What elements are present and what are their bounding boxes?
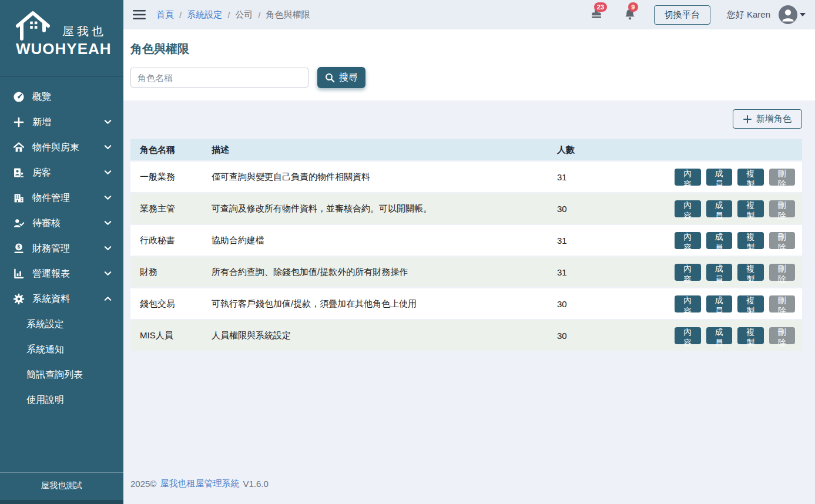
role-name-cell: 行政秘書 bbox=[130, 235, 212, 246]
topbar-right: 23 9 切換平台 您好 Karen bbox=[587, 5, 806, 25]
sidebar-item-coin[interactable]: $ 財務管理 bbox=[0, 236, 123, 261]
building-icon bbox=[13, 192, 25, 204]
sidebar-subitem[interactable]: 系統通知 bbox=[0, 337, 123, 362]
sidebar-item-building[interactable]: 物件管理 bbox=[0, 185, 123, 210]
tenant-card-icon bbox=[13, 167, 25, 179]
row-action-copy[interactable]: 複製 bbox=[737, 232, 764, 249]
role-name-cell: 財務 bbox=[130, 267, 212, 278]
sidebar: 屋我也 WUOHYEAH 概覽 新增 物件與房東 房客 物件管理 待審核 $ 財… bbox=[0, 0, 123, 504]
user-avatar[interactable] bbox=[779, 5, 806, 24]
breadcrumb-link[interactable]: 首頁 bbox=[156, 9, 174, 21]
breadcrumb-link[interactable]: 系統設定 bbox=[187, 9, 222, 21]
switch-platform-button[interactable]: 切換平台 bbox=[654, 5, 710, 25]
table-row: 行政秘書 協助合約建檔 31 內容成員複製刪除 bbox=[130, 225, 802, 256]
person-check-icon bbox=[13, 217, 25, 229]
brand-name-cjk: 屋我也 bbox=[62, 23, 106, 39]
sidebar-item-gauge[interactable]: 概覽 bbox=[0, 84, 123, 109]
bell-badge: 9 bbox=[628, 2, 638, 12]
role-description-cell: 人員權限與系統設定 bbox=[212, 330, 557, 341]
page-footer: 2025© 屋我也租屋管理系統 V1.6.0 bbox=[130, 478, 802, 489]
sidebar-subitem[interactable]: 使用說明 bbox=[0, 387, 123, 412]
sidebar-subitem[interactable]: 系統設定 bbox=[0, 311, 123, 337]
avatar-person-icon bbox=[779, 5, 797, 24]
chevron-down-icon bbox=[103, 193, 113, 202]
row-action-content[interactable]: 內容 bbox=[675, 327, 701, 344]
row-action-copy[interactable]: 複製 bbox=[737, 327, 764, 344]
coin-icon: $ bbox=[13, 243, 25, 254]
content-area: 新增角色 角色名稱 描述 人數 一般業務 僅可查詢與變更自己負責的物件相關資料 … bbox=[123, 100, 815, 504]
row-action-content[interactable]: 內容 bbox=[675, 295, 701, 313]
row-action-delete[interactable]: 刪除 bbox=[769, 327, 796, 344]
role-count-cell: 31 bbox=[557, 267, 675, 277]
row-action-content[interactable]: 內容 bbox=[675, 169, 701, 186]
row-action-delete[interactable]: 刪除 bbox=[769, 295, 796, 313]
row-action-members[interactable]: 成員 bbox=[706, 200, 733, 217]
footer-system-link[interactable]: 屋我也租屋管理系統 bbox=[160, 478, 239, 489]
breadcrumb-separator: / bbox=[227, 10, 230, 20]
row-action-delete[interactable]: 刪除 bbox=[769, 169, 796, 186]
sidebar-item-label: 概覽 bbox=[32, 90, 96, 103]
search-icon bbox=[325, 73, 335, 83]
sidebar-item-plus[interactable]: 新增 bbox=[0, 109, 123, 135]
sidebar-item-bar-chart[interactable]: 營運報表 bbox=[0, 261, 123, 286]
sidebar-item-person-check[interactable]: 待審核 bbox=[0, 210, 123, 236]
table-row: 一般業務 僅可查詢與變更自己負責的物件相關資料 31 內容成員複製刪除 bbox=[130, 162, 802, 192]
role-name-cell: 業務主管 bbox=[130, 203, 212, 214]
role-name-cell: 一般業務 bbox=[130, 172, 212, 183]
sidebar-item-gear[interactable]: 系統資料 bbox=[0, 286, 123, 311]
row-action-members[interactable]: 成員 bbox=[706, 169, 733, 186]
stamp-badge: 23 bbox=[594, 2, 607, 12]
gear-icon bbox=[13, 293, 25, 305]
approvals-stamp-icon[interactable]: 23 bbox=[587, 5, 606, 24]
sidebar-item-tenant-card[interactable]: 房客 bbox=[0, 160, 123, 185]
page-title: 角色與權限 bbox=[130, 41, 802, 57]
row-action-copy[interactable]: 複製 bbox=[737, 264, 764, 281]
row-action-delete[interactable]: 刪除 bbox=[769, 200, 796, 217]
column-header-description: 描述 bbox=[212, 145, 557, 156]
title-section: 角色與權限 搜尋 bbox=[123, 29, 815, 100]
breadcrumb-separator: / bbox=[258, 10, 260, 20]
search-button[interactable]: 搜尋 bbox=[317, 67, 365, 88]
bell-icon[interactable]: 9 bbox=[621, 5, 639, 24]
sidebar-item-home[interactable]: 物件與房東 bbox=[0, 135, 123, 160]
row-action-content[interactable]: 內容 bbox=[675, 232, 701, 249]
table-row: 錢包交易 可執行客戶錢包加值/提款，須疊加在其他角色上使用 30 內容成員複製刪… bbox=[130, 288, 802, 319]
row-action-copy[interactable]: 複製 bbox=[737, 200, 764, 217]
role-description-cell: 所有合約查詢、除錢包加值/提款外的所有財務操作 bbox=[212, 267, 557, 278]
svg-text:$: $ bbox=[18, 244, 21, 250]
row-action-copy[interactable]: 複製 bbox=[737, 169, 764, 186]
gauge-icon bbox=[13, 91, 25, 103]
chevron-down-icon bbox=[800, 13, 806, 16]
roles-table-body: 一般業務 僅可查詢與變更自己負責的物件相關資料 31 內容成員複製刪除 業務主管… bbox=[130, 162, 802, 351]
row-action-content[interactable]: 內容 bbox=[675, 200, 701, 217]
row-actions: 內容成員複製刪除 bbox=[675, 169, 802, 186]
row-action-members[interactable]: 成員 bbox=[706, 295, 733, 313]
row-action-delete[interactable]: 刪除 bbox=[769, 232, 796, 249]
user-greeting: 您好 Karen bbox=[727, 9, 770, 21]
role-count-cell: 30 bbox=[557, 331, 675, 341]
role-count-cell: 31 bbox=[557, 236, 675, 246]
row-action-members[interactable]: 成員 bbox=[706, 232, 733, 249]
add-role-button[interactable]: 新增角色 bbox=[733, 109, 802, 129]
role-name-cell: MIS人員 bbox=[130, 330, 212, 341]
sidebar-bottom-strip bbox=[0, 500, 123, 504]
home-icon bbox=[13, 142, 25, 153]
sidebar-item-label: 新增 bbox=[32, 115, 96, 129]
row-action-members[interactable]: 成員 bbox=[706, 327, 733, 344]
row-action-members[interactable]: 成員 bbox=[706, 264, 733, 281]
chevron-down-icon bbox=[103, 269, 113, 278]
row-action-delete[interactable]: 刪除 bbox=[769, 264, 796, 281]
sidebar-subitem[interactable]: 簡訊查詢列表 bbox=[0, 362, 123, 387]
breadcrumb-separator: / bbox=[179, 10, 182, 20]
plus-icon bbox=[743, 115, 752, 123]
row-action-content[interactable]: 內容 bbox=[675, 264, 701, 281]
plus-icon bbox=[13, 116, 25, 128]
role-name-search-input[interactable] bbox=[130, 68, 308, 88]
sidebar-item-label: 財務管理 bbox=[32, 241, 96, 255]
role-description-cell: 僅可查詢與變更自己負責的物件相關資料 bbox=[212, 172, 557, 183]
bar-chart-icon bbox=[13, 268, 25, 280]
add-role-label: 新增角色 bbox=[756, 113, 791, 125]
chevron-up-icon bbox=[103, 294, 113, 303]
row-action-copy[interactable]: 複製 bbox=[737, 295, 764, 313]
hamburger-menu-icon[interactable] bbox=[130, 7, 148, 22]
